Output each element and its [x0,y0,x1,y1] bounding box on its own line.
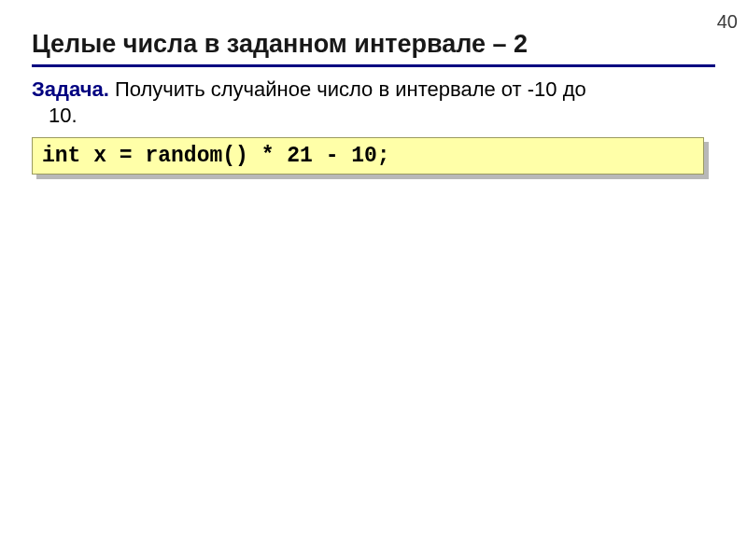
code-block-wrapper: int x = random() * 21 - 10; [32,137,704,175]
title-underline [32,64,715,67]
task-label: Задача. [32,77,109,101]
task-paragraph: Задача. Получить случайное число в интер… [32,77,715,128]
task-text-line1: Получить случайное число в интервале от … [109,77,586,101]
task-text-line2: 10. [49,103,715,129]
page-number: 40 [717,11,738,33]
slide: 40 Целые числа в заданном интервале – 2 … [0,0,747,560]
code-block: int x = random() * 21 - 10; [32,137,704,175]
slide-title: Целые числа в заданном интервале – 2 [32,30,715,59]
